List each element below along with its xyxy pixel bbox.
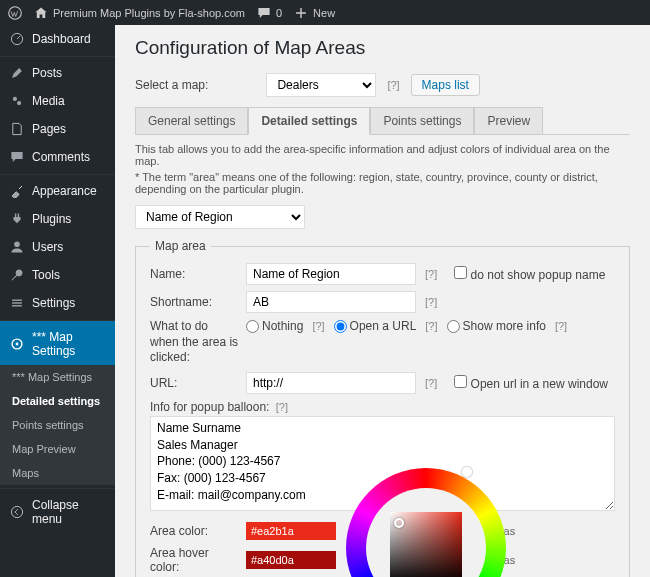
comments[interactable]: 0 xyxy=(257,6,282,20)
svg-point-0 xyxy=(9,6,22,19)
hover-color-label: Area hover color: xyxy=(150,546,240,574)
sub-map-settings[interactable]: *** Map Settings xyxy=(0,365,115,389)
sub-detailed[interactable]: Detailed settings xyxy=(0,389,115,413)
tab-points[interactable]: Points settings xyxy=(370,107,474,134)
map-area-fieldset: Map area Name: [?] do not show popup nam… xyxy=(135,239,630,577)
admin-sidebar: Dashboard Posts Media Pages Comments App… xyxy=(0,25,115,577)
tab-detailed[interactable]: Detailed settings xyxy=(248,107,370,135)
shortname-label: Shortname: xyxy=(150,295,240,309)
name-label: Name: xyxy=(150,267,240,281)
area-color-label: Area color: xyxy=(150,524,240,538)
apply-all-link[interactable]: apply to all areas xyxy=(432,554,515,566)
site-name[interactable]: Premium Map Plugins by Fla-shop.com xyxy=(34,6,245,20)
help-icon[interactable]: [?] xyxy=(422,296,440,308)
url-label: URL: xyxy=(150,376,240,390)
click-label: What to do when the area is clicked: xyxy=(150,319,240,366)
admin-toolbar: Premium Map Plugins by Fla-shop.com 0 Ne… xyxy=(0,0,650,25)
collapse-menu[interactable]: Collapse menu xyxy=(0,488,115,533)
svg-point-10 xyxy=(11,506,22,517)
info-textarea[interactable]: Name Surname Sales Manager Phone: (000) … xyxy=(150,416,615,511)
name-input[interactable] xyxy=(246,263,416,285)
url-input[interactable] xyxy=(246,372,416,394)
sidebar-item-posts[interactable]: Posts xyxy=(0,56,115,87)
area-color-swatch[interactable]: #ea2b1a xyxy=(246,522,336,540)
svg-point-9 xyxy=(16,343,19,346)
sidebar-item-users[interactable]: Users xyxy=(0,233,115,261)
apply-all-link[interactable]: apply to all areas xyxy=(432,525,515,537)
tabs: General settings Detailed settings Point… xyxy=(135,107,630,135)
hover-color-swatch[interactable]: #a40d0a xyxy=(246,551,336,569)
page-title: Configuration of Map Areas xyxy=(135,37,630,59)
sidebar-item-map-settings[interactable]: *** Map Settings xyxy=(0,320,115,365)
wp-logo[interactable] xyxy=(8,6,22,20)
radio-nothing[interactable] xyxy=(246,320,259,333)
sidebar-item-pages[interactable]: Pages xyxy=(0,115,115,143)
new[interactable]: New xyxy=(294,6,335,20)
region-select[interactable]: Name of Region xyxy=(135,205,305,229)
help-icon[interactable]: [?] xyxy=(422,268,440,280)
fieldset-legend: Map area xyxy=(150,239,211,253)
svg-point-4 xyxy=(14,241,20,247)
sidebar-item-appearance[interactable]: Appearance xyxy=(0,174,115,205)
sub-preview[interactable]: Map Preview xyxy=(0,437,115,461)
info-label: Info for popup balloon: xyxy=(150,400,269,414)
tab-preview[interactable]: Preview xyxy=(474,107,543,134)
svg-point-2 xyxy=(13,97,17,101)
map-select[interactable]: Dealers xyxy=(266,73,376,97)
help-icon[interactable]: [?] xyxy=(384,79,402,91)
sidebar-item-dashboard[interactable]: Dashboard xyxy=(0,25,115,53)
svg-rect-7 xyxy=(12,305,22,306)
sidebar-item-comments[interactable]: Comments xyxy=(0,143,115,171)
svg-rect-6 xyxy=(12,302,22,303)
sub-points[interactable]: Points settings xyxy=(0,413,115,437)
no-popup-checkbox[interactable] xyxy=(454,266,467,279)
tab-note: * The term "area" means one of the follo… xyxy=(135,171,630,195)
sidebar-item-tools[interactable]: Tools xyxy=(0,261,115,289)
sidebar-item-media[interactable]: Media xyxy=(0,87,115,115)
new-window-checkbox[interactable] xyxy=(454,375,467,388)
select-map-label: Select a map: xyxy=(135,78,208,92)
radio-openurl[interactable] xyxy=(334,320,347,333)
tab-description: This tab allows you to add the area-spec… xyxy=(135,143,630,167)
sidebar-item-settings[interactable]: Settings xyxy=(0,289,115,317)
sub-maps[interactable]: Maps xyxy=(0,461,115,485)
svg-rect-5 xyxy=(12,300,22,301)
svg-point-3 xyxy=(17,101,21,105)
maps-list-button[interactable]: Maps list xyxy=(411,74,480,96)
sidebar-submenu: *** Map Settings Detailed settings Point… xyxy=(0,365,115,485)
sidebar-item-plugins[interactable]: Plugins xyxy=(0,205,115,233)
help-icon[interactable]: [?] xyxy=(422,377,440,389)
radio-showmore[interactable] xyxy=(447,320,460,333)
shortname-input[interactable] xyxy=(246,291,416,313)
tab-general[interactable]: General settings xyxy=(135,107,248,134)
main-content: Configuration of Map Areas Select a map:… xyxy=(115,25,650,577)
